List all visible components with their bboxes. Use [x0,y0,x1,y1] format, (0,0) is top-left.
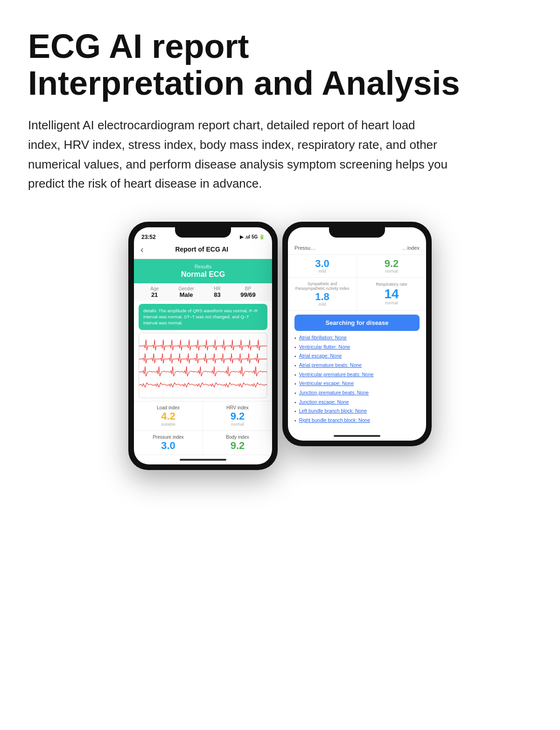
bullet-6: • [294,381,296,386]
ecg-waveform [139,333,267,398]
phone1-title: Report of ECG AI [147,246,256,253]
phone1-notch [175,227,231,238]
phone2-screen: Pressu… …index 3.0 mild 9.2 normal Sympa… [288,227,426,441]
body-index-label: Body index [210,435,266,440]
disease-10[interactable]: Right bundle branch block: None [299,417,370,424]
symp-resp-grid: Sympathetic and Parasympathetic Activity… [288,278,426,311]
page-title: ECG AI report Interpretation and Analysi… [28,28,532,102]
list-item: • Ventricular escape: None [294,380,420,387]
symp-value: 1.8 [294,292,350,302]
bp-value: 99/69 [240,291,256,298]
body-index-value: 9.2 [210,441,266,451]
age-value: 21 [150,291,159,298]
disease-list: • Atrial fibrillation: None • Ventricula… [288,335,426,431]
disease-6[interactable]: Ventricular escape: None [299,380,354,387]
bp-label: BP [240,286,256,291]
load-index-cell: Load index 4.2 suitable [134,401,203,431]
pressure-index-cell: Pressure index 3.0 [134,431,203,455]
indices-grid: Load index 4.2 suitable HRV index 9.2 no… [134,401,272,455]
load-index-value: 4.2 [140,411,196,421]
resp-sublabel: normal [364,301,420,305]
results-value: Normal ECG [140,270,266,279]
pressure-header-left: Pressu… [294,245,315,251]
disease-7[interactable]: Junction premature beats: None [299,390,369,396]
results-section: Results Normal ECG [134,259,272,283]
bullet-1: • [294,335,296,341]
val1-sublabel: mild [294,269,350,274]
hrv-index-cell: HRV index 9.2 normal [203,401,272,431]
phone2-home-bar [334,435,380,437]
bullet-9: • [294,408,296,414]
bullet-4: • [294,363,296,368]
patient-age-col: Age 21 [150,286,159,298]
ecg-details: details: The amplitude of QRS waveform w… [139,304,267,330]
phones-container: 23:52 ▶ .ul 5G 🔋 ‹ Report of ECG AI Resu… [28,222,532,470]
pressure-header-right: …index [402,245,420,251]
list-item: • Ventricular premature beats: None [294,372,420,378]
home-bar [180,459,226,461]
patient-info: Age 21 Gender Male HR 83 BP 99/69 [134,283,272,301]
back-button[interactable]: ‹ [140,244,144,255]
list-item: • Atrial escape: None [294,353,420,359]
hrv-index-label: HRV index [210,405,266,410]
disease-1[interactable]: Atrial fibrillation: None [299,335,347,341]
disease-9[interactable]: Left bundle branch block: None [299,408,367,414]
phone2-pressure-header: Pressu… …index [288,241,426,255]
patient-gender-col: Gender Male [178,286,194,298]
val1-cell: 3.0 mild [288,255,357,277]
disease-3[interactable]: Atrial escape: None [299,353,342,359]
pressure-index-label: Pressure index [140,435,196,440]
phone2-home-indicator [288,431,426,441]
disease-5[interactable]: Ventricular premature beats: None [299,372,374,378]
bullet-7: • [294,390,296,396]
results-label: Results [140,264,266,269]
patient-bp-col: BP 99/69 [240,286,256,298]
phone2-notch [329,227,385,238]
body-index-cell: Body index 9.2 [203,431,272,455]
hrv-index-sublabel: normal [210,422,266,427]
phone1-header: ‹ Report of ECG AI [134,242,272,259]
svg-rect-0 [139,335,267,396]
resp-label: Respiratory rate [364,281,420,287]
bullet-10: • [294,418,296,423]
val2-sublabel: normal [364,269,420,274]
list-item: • Left bundle branch block: None [294,408,420,414]
phone2-frame: Pressu… …index 3.0 mild 9.2 normal Sympa… [282,222,432,446]
bullet-2: • [294,344,296,350]
patient-hr-col: HR 83 [214,286,220,298]
age-label: Age [150,286,159,291]
list-item: • Ventricular flutter: None [294,344,420,351]
val2-cell: 9.2 normal [357,255,426,277]
bullet-5: • [294,372,296,378]
val1-value: 3.0 [294,259,350,269]
list-item: • Right bundle branch block: None [294,417,420,424]
search-disease-button[interactable]: Searching for disease [294,315,420,331]
symp-label: Sympathetic and Parasympathetic Activity… [294,281,350,291]
phone1-home-indicator [134,455,272,464]
val2-value: 9.2 [364,259,420,269]
load-index-sublabel: suitable [140,422,196,427]
symp-cell: Sympathetic and Parasympathetic Activity… [288,278,357,310]
hr-value: 83 [214,291,220,298]
list-item: • Atrial premature beats: None [294,362,420,369]
disease-4[interactable]: Atrial premature beats: None [299,362,362,369]
pressure-vals-top: 3.0 mild 9.2 normal [288,255,426,278]
gender-label: Gender [178,286,194,291]
bullet-3: • [294,353,296,359]
symp-sublabel: mild [294,302,350,307]
phone1-screen: 23:52 ▶ .ul 5G 🔋 ‹ Report of ECG AI Resu… [134,227,272,464]
pressure-index-value: 3.0 [140,441,196,451]
phone1-frame: 23:52 ▶ .ul 5G 🔋 ‹ Report of ECG AI Resu… [128,222,278,470]
hrv-index-value: 9.2 [210,411,266,421]
list-item: • Junction escape: None [294,399,420,406]
list-item: • Junction premature beats: None [294,390,420,396]
disease-2[interactable]: Ventricular flutter: None [299,344,350,351]
gender-value: Male [178,291,194,298]
hr-label: HR [214,286,220,291]
resp-value: 14 [364,288,420,301]
phone1-status-icons: ▶ .ul 5G 🔋 [240,234,265,239]
disease-8[interactable]: Junction escape: None [299,399,349,406]
resp-cell: Respiratory rate 14 normal [357,278,426,310]
list-item: • Atrial fibrillation: None [294,335,420,341]
load-index-label: Load index [140,405,196,410]
